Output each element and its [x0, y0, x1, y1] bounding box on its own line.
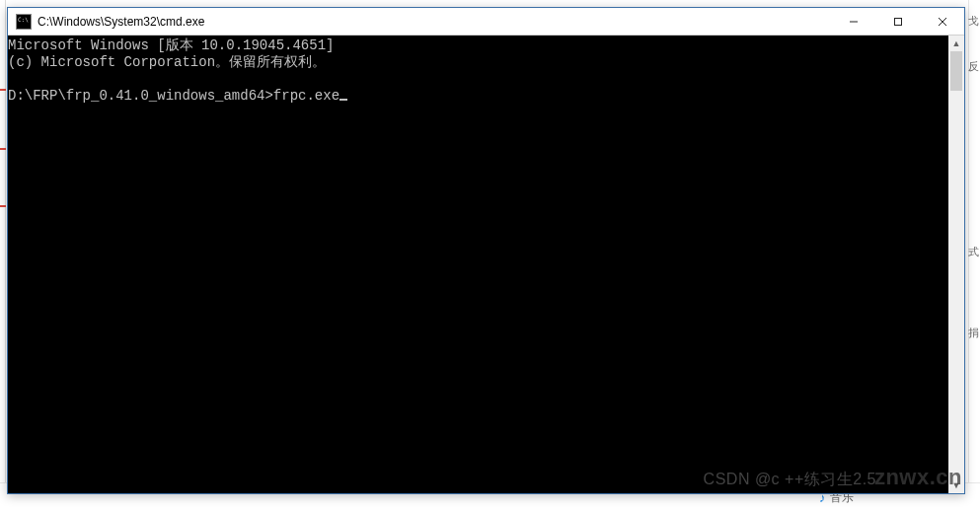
scroll-down-button[interactable]: ▼ — [948, 477, 964, 493]
scroll-up-button[interactable]: ▲ — [948, 36, 964, 51]
bg-left-ruler — [0, 0, 6, 512]
vertical-scrollbar[interactable]: ▲ ▼ — [948, 36, 964, 493]
prompt-path: D:\FRP\frp_0.41.0_windows_amd64> — [8, 88, 273, 104]
bg-red-stripe — [0, 89, 6, 91]
cmd-window: C:\Windows\System32\cmd.exe Microsoft Wi… — [7, 7, 965, 494]
close-icon — [938, 17, 947, 27]
text-cursor — [339, 99, 347, 101]
console-line: (c) Microsoft Corporation。保留所有权利。 — [8, 54, 326, 70]
bg-red-stripe — [0, 148, 6, 150]
window-controls — [831, 8, 964, 35]
console-line: Microsoft Windows [版本 10.0.19045.4651] — [8, 37, 334, 53]
bg-red-stripe — [0, 205, 6, 207]
svg-rect-1 — [894, 18, 901, 25]
console-output[interactable]: Microsoft Windows [版本 10.0.19045.4651] (… — [8, 36, 948, 493]
maximize-icon — [893, 17, 903, 27]
minimize-icon — [849, 17, 859, 27]
console-body[interactable]: Microsoft Windows [版本 10.0.19045.4651] (… — [8, 36, 964, 493]
close-button[interactable] — [920, 8, 964, 35]
bg-char: 反 — [968, 59, 979, 74]
window-title: C:\Windows\System32\cmd.exe — [38, 15, 831, 29]
maximize-button[interactable] — [875, 8, 920, 35]
bg-char: 戈 — [968, 14, 979, 29]
minimize-button[interactable] — [831, 8, 875, 35]
typed-command: frpc.exe — [273, 88, 339, 104]
titlebar[interactable]: C:\Windows\System32\cmd.exe — [8, 8, 964, 36]
bg-char: 式 — [968, 245, 979, 259]
scroll-track[interactable] — [948, 51, 964, 477]
scroll-thumb[interactable] — [950, 51, 962, 91]
bg-char: 捐 — [968, 326, 979, 340]
cmd-icon — [16, 14, 32, 30]
